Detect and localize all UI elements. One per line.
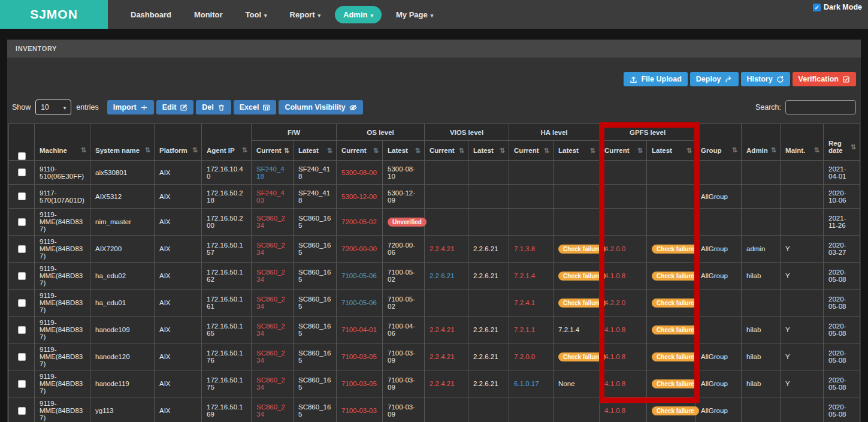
cell-reg-date: 2020-10-06 xyxy=(824,185,860,209)
verification-button[interactable]: Verification xyxy=(793,72,856,86)
nav-item-my-page[interactable]: My Page xyxy=(388,6,441,23)
row-checkbox[interactable] xyxy=(18,407,26,415)
search-input[interactable] xyxy=(785,100,856,114)
check-failure-badge[interactable]: Check failure xyxy=(558,245,606,254)
sort-icon[interactable] xyxy=(459,147,464,155)
cell-os-current: 7200-05-02 xyxy=(337,209,383,236)
file-upload-button[interactable]: File Upload xyxy=(624,72,687,86)
check-failure-badge[interactable]: Check failure xyxy=(558,352,606,361)
level-value-link[interactable]: 6.1.0.17 xyxy=(514,380,539,387)
import-button[interactable]: Import xyxy=(107,100,154,114)
row-checkbox[interactable] xyxy=(18,272,26,280)
check-failure-badge[interactable]: Check failure xyxy=(652,325,699,334)
check-failure-badge[interactable]: Check failure xyxy=(652,272,699,281)
column-header-platform[interactable]: Platform xyxy=(155,124,202,161)
column-header-system-name[interactable]: System name xyxy=(90,124,155,161)
excel-button[interactable]: Excel xyxy=(234,100,277,114)
level-value-link[interactable]: 7100-05-06 xyxy=(341,272,377,279)
page-size-select[interactable]: 10 xyxy=(35,100,71,115)
dark-mode-toggle[interactable]: Dark Mode xyxy=(813,3,862,11)
column-header-reg-date[interactable]: Reg date xyxy=(824,124,860,161)
cell-select xyxy=(9,316,35,343)
row-checkbox[interactable] xyxy=(18,245,26,253)
sort-icon[interactable] xyxy=(373,147,379,155)
sort-icon[interactable] xyxy=(637,147,643,155)
sort-icon[interactable] xyxy=(500,147,505,155)
column-header-os-current[interactable]: Current xyxy=(337,141,383,161)
row-checkbox[interactable] xyxy=(18,380,26,388)
cell-vios-current xyxy=(425,209,468,236)
cell-ha-latest: Check failure xyxy=(554,236,600,263)
column-header-os-latest[interactable]: Latest xyxy=(383,141,425,161)
column-header-fw-current[interactable]: Current xyxy=(252,141,294,161)
sort-icon[interactable] xyxy=(814,146,819,154)
sort-icon[interactable] xyxy=(242,146,247,154)
unverified-badge[interactable]: Unverified xyxy=(388,218,427,227)
deploy-button[interactable]: Deploy xyxy=(690,72,739,86)
sort-icon[interactable] xyxy=(192,146,198,154)
sort-icon[interactable] xyxy=(732,146,737,154)
row-checkbox[interactable] xyxy=(18,299,26,307)
brand-logo[interactable]: SJMON xyxy=(0,0,108,29)
cell-agent-ip: 172.16.50.175 xyxy=(202,370,252,397)
column-header-ha-latest[interactable]: Latest xyxy=(554,141,600,161)
column-header-ha-current[interactable]: Current xyxy=(509,141,554,161)
column-header-admin[interactable]: Admin xyxy=(742,124,781,161)
column-header-agent-ip[interactable]: Agent IP xyxy=(202,124,252,161)
nav-item-report[interactable]: Report xyxy=(282,6,329,23)
level-value-link[interactable]: SF240_418 xyxy=(256,165,285,180)
edit-button[interactable]: Edit xyxy=(156,100,194,114)
cell-fw-current: SC860_234 xyxy=(252,236,294,263)
column-visibility-button[interactable]: Column Visibility xyxy=(279,100,362,114)
row-checkbox[interactable] xyxy=(18,326,26,334)
cell-os-latest: 7100-03-09 xyxy=(383,397,425,422)
check-failure-badge[interactable]: Check failure xyxy=(652,245,699,254)
row-checkbox[interactable] xyxy=(18,218,26,226)
column-header-vios-latest[interactable]: Latest xyxy=(468,141,509,161)
nav-item-label: Admin xyxy=(343,10,367,19)
check-failure-badge[interactable]: Check failure xyxy=(652,352,699,361)
check-failure-badge[interactable]: Check failure xyxy=(558,272,606,281)
row-checkbox[interactable] xyxy=(18,353,26,361)
column-header-machine[interactable]: Machine xyxy=(35,124,90,161)
sort-icon[interactable] xyxy=(327,147,332,155)
sort-icon[interactable] xyxy=(145,146,150,154)
column-header-vios-current[interactable]: Current xyxy=(425,141,468,161)
sort-icon[interactable] xyxy=(771,146,776,154)
level-value-link[interactable]: 2.2.6.21 xyxy=(430,272,455,279)
del-button[interactable]: Del xyxy=(196,100,231,114)
sort-icon[interactable] xyxy=(590,147,595,155)
check-failure-badge[interactable]: Check failure xyxy=(652,299,699,308)
row-checkbox[interactable] xyxy=(18,192,26,200)
column-header-fw-latest[interactable]: Latest xyxy=(294,141,337,161)
nav-item-tool[interactable]: Tool xyxy=(237,6,276,23)
sort-icon[interactable] xyxy=(81,146,86,154)
sort-icon[interactable] xyxy=(284,147,289,155)
cell-gpfs-current: 4.1.0.8 xyxy=(600,263,647,290)
check-failure-badge[interactable]: Check failure xyxy=(558,299,606,308)
column-header-group[interactable]: Group xyxy=(696,124,742,161)
nav-item-admin[interactable]: Admin xyxy=(335,6,382,23)
select-all-checkbox[interactable] xyxy=(18,152,26,160)
cell-ha-current: 7.2.1.4 xyxy=(509,263,554,290)
sort-icon[interactable] xyxy=(544,147,549,155)
level-value: 7200-00-06 xyxy=(388,242,415,256)
sort-icon[interactable] xyxy=(851,143,856,151)
column-header-gpfs-current[interactable]: Current xyxy=(600,141,647,161)
sort-icon[interactable] xyxy=(415,147,421,155)
level-value-link[interactable]: 7100-05-06 xyxy=(341,299,377,306)
table-controls: Show 10 entries ImportEditDelExcelColumn… xyxy=(12,100,856,115)
row-checkbox[interactable] xyxy=(18,168,26,176)
sort-icon[interactable] xyxy=(686,147,692,155)
dark-mode-checkbox-icon[interactable] xyxy=(813,4,821,11)
cell-reg-date: 2020-05-08 xyxy=(824,263,860,290)
check-failure-badge[interactable]: Check failure xyxy=(652,379,699,388)
check-failure-badge[interactable]: Check failure xyxy=(652,406,699,415)
column-header-maint[interactable]: Maint. xyxy=(781,124,824,161)
cell-reg-date: 2020-05-08 xyxy=(824,370,860,397)
cell-ha-current: 7.1.3.8 xyxy=(509,236,554,263)
nav-item-monitor[interactable]: Monitor xyxy=(186,6,231,23)
column-header-gpfs-latest[interactable]: Latest xyxy=(647,141,696,161)
history-button[interactable]: History xyxy=(741,72,790,86)
nav-item-dashboard[interactable]: Dashboard xyxy=(122,6,180,23)
